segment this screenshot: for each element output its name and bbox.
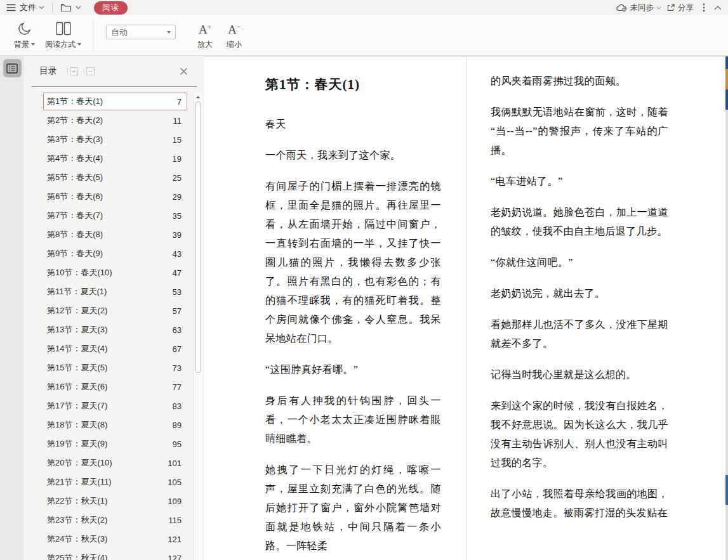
paragraph: 记得当时我心里就是这么想的。 xyxy=(491,365,668,384)
toc-item[interactable]: 第25节：秋天(4) 127 xyxy=(43,549,187,560)
toc-item[interactable]: 第11节：夏天(1) 53 xyxy=(43,283,187,301)
toc-item-label: 第7节：春天(7) xyxy=(47,210,103,221)
folder-dropdown-chevron-icon[interactable] xyxy=(76,6,81,10)
toc-item[interactable]: 第8节：春天(8) 39 xyxy=(43,226,187,244)
two-pages-icon xyxy=(55,21,72,36)
toc-item[interactable]: 第12节：夏天(2) 57 xyxy=(43,302,187,320)
hamburger-menu-icon[interactable] xyxy=(6,4,16,11)
toc-item[interactable]: 第6节：春天(6) 29 xyxy=(43,188,187,205)
toc-item-page-number: 73 xyxy=(173,363,182,373)
scroll-marker-blue xyxy=(725,56,728,69)
toc-item-page-number: 63 xyxy=(173,325,182,335)
toc-item-label: 第15节：夏天(5) xyxy=(47,362,107,374)
collapse-ribbon-chevron-icon[interactable] xyxy=(714,6,722,10)
toc-item-label: 第22节：秋天(1) xyxy=(47,495,107,507)
paragraph: 春天 xyxy=(265,115,441,134)
paragraph: 有间屋子的门楣上摆着一排漂亮的镜框，里面全是猫的照片。再往屋里一看，从左面墙开始… xyxy=(265,177,441,348)
scrollbar-up-arrow[interactable] xyxy=(194,93,202,101)
toc-item-page-number: 83 xyxy=(173,401,182,411)
more-options-kebab-icon[interactable] xyxy=(703,3,705,12)
toc-item-label: 第8节：春天(8) xyxy=(47,229,103,240)
toc-scrollbar[interactable] xyxy=(193,93,202,560)
toc-item-page-number: 15 xyxy=(173,135,182,145)
share-label: 分享 xyxy=(678,3,694,13)
toc-item-page-number: 35 xyxy=(173,211,182,221)
toc-item-page-number: 53 xyxy=(173,287,182,297)
toc-item[interactable]: 第9节：春天(9) 43 xyxy=(43,245,187,263)
toc-item-page-number: 7 xyxy=(177,97,182,107)
background-button[interactable]: 背景 xyxy=(9,17,40,54)
reader-app-window: 文件 阅读 未同步 xyxy=(0,0,728,560)
toc-item-page-number: 89 xyxy=(173,420,182,430)
paragraph: “这围脖真好看哪。” xyxy=(265,360,441,379)
toc-item-label: 第13节：夏天(3) xyxy=(47,324,107,335)
toc-item-page-number: 11 xyxy=(173,116,182,126)
toc-item-label: 第12节：夏天(2) xyxy=(47,305,107,316)
toc-item-page-number: 19 xyxy=(173,154,182,164)
zoom-in-button[interactable]: A+ 放大 xyxy=(192,17,218,54)
panel-icon-strip xyxy=(0,56,24,560)
toc-item[interactable]: 第4节：春天(4) 19 xyxy=(43,150,187,167)
left-page-body: 春天一个雨天，我来到了这个家。有间屋子的门楣上摆着一排漂亮的镜框，里面全是猫的照… xyxy=(265,115,441,556)
read-mode-badge[interactable]: 阅读 xyxy=(94,1,128,15)
scroll-marker-orange xyxy=(725,69,728,89)
paragraph: 看她那样儿也活不了多久，没准下星期就差不多了。 xyxy=(491,315,668,353)
toc-item-label: 第6节：春天(6) xyxy=(47,191,103,202)
toc-item-label: 第18节：夏天(8) xyxy=(47,419,107,431)
share-button[interactable]: 分享 xyxy=(666,3,694,13)
zoom-out-button[interactable]: A− 缩小 xyxy=(222,17,247,54)
toc-item-page-number: 29 xyxy=(173,192,182,202)
toc-item[interactable]: 第24节：秋天(3) 121 xyxy=(43,530,187,548)
toc-item-label: 第24节：秋天(3) xyxy=(47,533,107,545)
moon-icon xyxy=(17,21,32,36)
toc-item[interactable]: 第18节：夏天(8) 89 xyxy=(43,416,187,434)
titlebar-divider xyxy=(52,3,53,12)
toc-item[interactable]: 第7节：春天(7) 35 xyxy=(43,207,187,225)
paragraph: 我俩默默无语地站在窗前，这时，随着“当--当--”的警报声，传来了车站的广播。 xyxy=(491,103,668,160)
toc-item-label: 第2节：春天(2) xyxy=(47,115,103,126)
toc-item[interactable]: 第10节：春天(10) 47 xyxy=(43,264,187,282)
document-scroll-strip[interactable] xyxy=(725,56,728,560)
toc-item[interactable]: 第16节：夏天(6) 77 xyxy=(43,378,187,396)
toc-item[interactable]: 第21节：夏天(11) 105 xyxy=(43,473,187,491)
expand-all-icon[interactable]: + xyxy=(70,67,78,75)
toc-item[interactable]: 第2节：春天(2) 11 xyxy=(43,112,187,129)
toc-item-label: 第16节：夏天(6) xyxy=(47,381,107,393)
toc-item[interactable]: 第13节：夏天(3) 63 xyxy=(43,321,187,339)
sync-status[interactable]: 未同步 xyxy=(615,3,662,13)
zoom-level-select[interactable]: 自动 xyxy=(106,25,176,39)
right-page: 的风夹着雨雾拂过我的面颊。我俩默默无语地站在窗前，这时，随着“当--当--”的警… xyxy=(491,56,668,535)
toc-item-label: 第17节：夏天(7) xyxy=(47,400,107,412)
scrollbar-thumb[interactable] xyxy=(195,101,201,373)
toc-item-page-number: 43 xyxy=(173,249,182,259)
toc-item[interactable]: 第3节：春天(3) 15 xyxy=(43,131,187,148)
toc-item[interactable]: 第5节：春天(5) 25 xyxy=(43,169,187,186)
toc-item[interactable]: 第15节：夏天(5) 73 xyxy=(43,359,187,377)
main-area: 目录 + − 第1节：春天(1) 7 xyxy=(0,56,728,560)
toc-item-page-number: 101 xyxy=(168,459,182,468)
toc-item-label: 第11节：夏天(1) xyxy=(47,286,107,297)
ribbon-toolbar: 背景 阅读方式 自动 A+ 放大 A− 缩小 xyxy=(0,15,728,56)
toc-item-label: 第20节：夏天(10) xyxy=(47,457,112,469)
collapse-all-icon[interactable]: − xyxy=(86,67,95,75)
toc-item[interactable]: 第17节：夏天(7) 83 xyxy=(43,397,187,415)
toc-item-page-number: 67 xyxy=(173,344,182,354)
toc-item[interactable]: 第20节：夏天(10) 101 xyxy=(43,454,187,472)
paragraph: 老奶奶说完，就出去了。 xyxy=(491,284,668,303)
file-menu[interactable]: 文件 xyxy=(20,2,44,13)
close-toc-icon[interactable] xyxy=(180,67,188,75)
reading-mode-button[interactable]: 阅读方式 xyxy=(40,17,86,54)
toc-item[interactable]: 第19节：夏天(9) 95 xyxy=(43,435,187,453)
toc-item-page-number: 105 xyxy=(168,478,182,487)
toc-item[interactable]: 第14节：夏天(4) 67 xyxy=(43,340,187,358)
toc-item-label: 第4节：春天(4) xyxy=(47,153,103,164)
paragraph: 老奶奶说道。她脸色苍白，加上一道道的皱纹，使我不由自主地后退了几步。 xyxy=(491,203,668,241)
folder-icon[interactable] xyxy=(60,3,72,12)
toc-item[interactable]: 第22节：秋天(1) 109 xyxy=(43,492,187,510)
zoom-out-label: 缩小 xyxy=(227,39,242,50)
toc-item-label: 第21节：夏天(11) xyxy=(47,476,112,488)
toc-header: 目录 + − xyxy=(24,56,204,86)
toc-panel-toggle-button[interactable] xyxy=(3,59,22,77)
toc-item[interactable]: 第1节：春天(1) 7 xyxy=(43,93,187,110)
toc-item[interactable]: 第23节：秋天(2) 115 xyxy=(43,511,187,529)
